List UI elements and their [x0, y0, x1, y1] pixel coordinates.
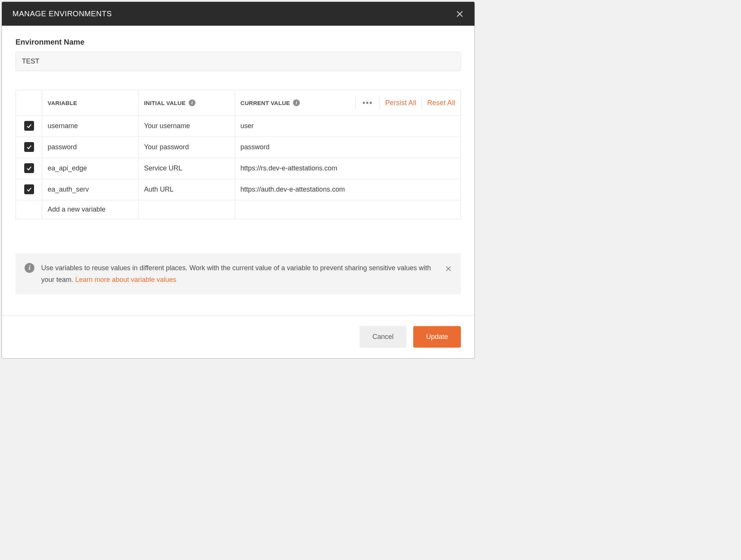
table-row: usernameYour usernameuser [16, 116, 461, 137]
reset-all-button[interactable]: Reset All [427, 99, 455, 107]
more-options-icon[interactable]: ••• [361, 99, 374, 107]
info-icon[interactable]: i [189, 99, 195, 106]
environment-name-input[interactable] [16, 52, 461, 71]
manage-environments-modal: MANAGE ENVIRONMENTS Environment Name VAR… [2, 2, 475, 359]
variable-cell[interactable]: ea_api_edge [42, 158, 139, 179]
update-button[interactable]: Update [413, 326, 461, 348]
variables-table: VARIABLE INITIAL VALUE i CURRENT VALUE i [16, 90, 461, 219]
current-value-cell[interactable]: https://rs.dev-e-attestations.com [235, 158, 461, 179]
col-header-variable-text: VARIABLE [48, 100, 77, 106]
table-row: Add a new variable [16, 200, 461, 219]
col-header-initial-text: INITIAL VALUE [144, 100, 186, 106]
variable-cell[interactable]: password [42, 137, 139, 158]
current-value-cell[interactable]: https://auth.dev-e-attestations.com [235, 179, 461, 200]
info-banner: i Use variables to reuse values in diffe… [16, 253, 461, 294]
initial-value-cell[interactable]: Service URL [139, 158, 235, 179]
initial-value-cell[interactable] [139, 200, 235, 219]
current-value-cell[interactable]: password [235, 137, 461, 158]
enable-checkbox[interactable] [24, 142, 34, 152]
current-value-cell[interactable]: user [235, 116, 461, 137]
info-icon[interactable]: i [293, 99, 300, 106]
initial-value-cell[interactable]: Your username [139, 116, 235, 137]
enable-checkbox[interactable] [24, 184, 34, 194]
col-header-variable: VARIABLE [42, 90, 139, 116]
col-header-current-text: CURRENT VALUE [240, 100, 290, 106]
cancel-button[interactable]: Cancel [360, 326, 406, 348]
initial-value-cell[interactable]: Your password [139, 137, 235, 158]
info-icon: i [25, 263, 34, 273]
col-header-enabled [16, 90, 42, 116]
banner-close-icon[interactable] [445, 265, 452, 272]
learn-more-link[interactable]: Learn more about variable values [75, 276, 176, 283]
environment-name-label: Environment Name [16, 38, 461, 46]
info-banner-text: Use variables to reuse values in differe… [41, 262, 438, 285]
col-header-current: CURRENT VALUE i ••• Persist All Reset Al… [235, 90, 461, 116]
table-row: ea_api_edgeService URLhttps://rs.dev-e-a… [16, 158, 461, 179]
close-icon[interactable] [456, 10, 464, 18]
modal-body: Environment Name VARIABLE INITIAL VALUE … [2, 26, 474, 315]
modal-title: MANAGE ENVIRONMENTS [12, 9, 112, 18]
enable-checkbox[interactable] [24, 121, 34, 131]
variable-cell[interactable]: ea_auth_serv [42, 179, 139, 200]
initial-value-cell[interactable]: Auth URL [139, 179, 235, 200]
table-row: passwordYour passwordpassword [16, 137, 461, 158]
persist-all-button[interactable]: Persist All [385, 99, 416, 107]
modal-footer: Cancel Update [2, 315, 474, 358]
variable-cell[interactable]: username [42, 116, 139, 137]
table-row: ea_auth_servAuth URLhttps://auth.dev-e-a… [16, 179, 461, 200]
modal-header: MANAGE ENVIRONMENTS [2, 2, 474, 26]
add-variable-cell[interactable]: Add a new variable [42, 200, 139, 219]
current-value-cell[interactable] [235, 200, 461, 219]
enable-checkbox[interactable] [24, 163, 34, 173]
col-header-initial: INITIAL VALUE i [139, 90, 235, 116]
